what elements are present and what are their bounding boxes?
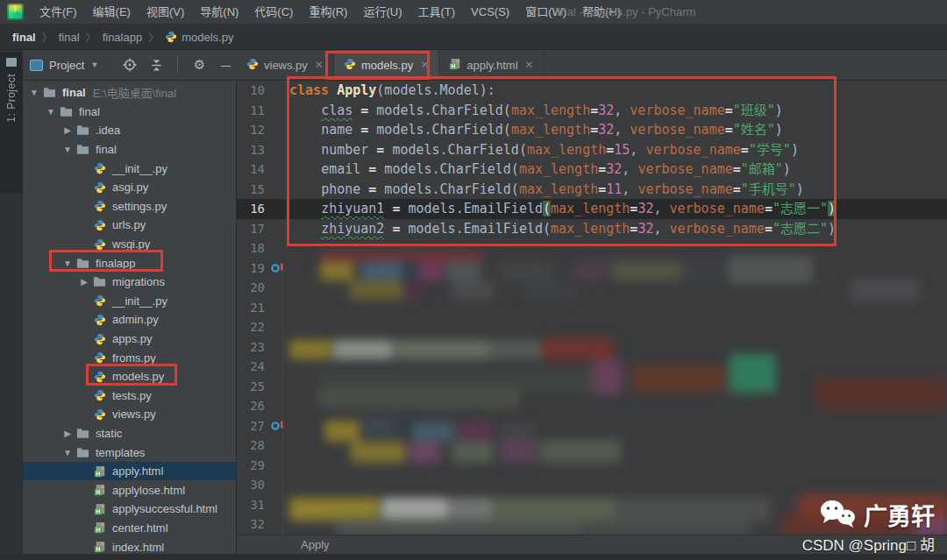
chevron-down-icon[interactable]: ▼	[60, 145, 75, 154]
tree-item-views-py[interactable]: views.py	[23, 405, 236, 424]
menu-item-5[interactable]: 重构(R)	[301, 0, 355, 25]
code-line-31[interactable]: 31	[237, 495, 947, 515]
code-line-20[interactable]: 20	[237, 278, 947, 298]
code-line-10[interactable]: 10class Apply(models.Model):	[237, 81, 947, 101]
tree-item-tests-py[interactable]: tests.py	[23, 386, 236, 406]
line-number: 25	[237, 377, 265, 397]
chevron-right-icon[interactable]: ▶	[60, 125, 75, 135]
breadcrumb-item-final[interactable]: final	[59, 31, 80, 44]
menu-item-0[interactable]: 文件(F)	[32, 0, 85, 25]
code-line-14[interactable]: 14 email = models.CharField(max_length=3…	[237, 159, 947, 180]
tree-item-migrations[interactable]: ▶migrations	[23, 273, 236, 292]
tree-item-final[interactable]: ▼final	[23, 103, 236, 122]
code-line-18[interactable]: 18	[237, 238, 947, 259]
chevron-down-icon[interactable]: ▼	[43, 107, 59, 117]
chevron-right-icon[interactable]: ▶	[60, 429, 75, 438]
tree-item-admin-py[interactable]: admin.py	[23, 310, 236, 330]
python-file-icon	[165, 31, 177, 43]
tab-label: apply.html	[466, 59, 517, 72]
code-line-13[interactable]: 13 number = models.CharField(max_length=…	[237, 140, 947, 160]
locate-button[interactable]	[123, 58, 137, 72]
code-line-22[interactable]: 22	[237, 317, 947, 337]
tree-item-models-py[interactable]: models.py	[23, 367, 236, 386]
breadcrumb-item-models-py[interactable]: models.py	[165, 31, 233, 44]
code-line-23[interactable]: 23	[237, 337, 947, 358]
window-title: final - models.py - PyCharm	[555, 0, 695, 25]
code-line-16[interactable]: 16 zhiyuan1 = models.EmailField(max_leng…	[237, 199, 947, 219]
tree-item-wsgi-py[interactable]: wsgi.py	[23, 235, 236, 254]
tool-window-tab-project[interactable]: 1: Project	[0, 53, 23, 193]
menu-item-2[interactable]: 视图(V)	[139, 0, 192, 25]
gutter-fold-column	[265, 416, 289, 436]
menu-item-4[interactable]: 代码(C)	[246, 0, 301, 25]
tree-item-__init__-py[interactable]: __init__.py	[23, 292, 236, 311]
tree-item-__init__-py[interactable]: __init__.py	[23, 159, 236, 178]
tree-item-label: apps.py	[112, 332, 153, 345]
tree-item-label: center.html	[112, 521, 168, 535]
tab-apply-html[interactable]: Happly.html✕	[439, 50, 544, 80]
pycharm-window: 文件(F)编辑(E)视图(V)导航(N)代码(C)重构(R)运行(U)工具(T)…	[0, 0, 947, 560]
code-line-21[interactable]: 21	[237, 298, 947, 318]
code-line-12[interactable]: 12 name = models.CharField(max_length=32…	[237, 120, 947, 140]
code-text	[289, 377, 947, 397]
tab-models-py[interactable]: models.py✕	[334, 50, 439, 80]
code-editor[interactable]: 10class Apply(models.Model):11 clas = mo…	[237, 81, 947, 535]
tree-item-final[interactable]: ▼finalE:\电脑桌面\final	[23, 83, 236, 103]
code-line-30[interactable]: 30	[237, 475, 947, 495]
hide-panel-button[interactable]: ─	[218, 58, 232, 72]
chevron-right-icon[interactable]: ▶	[76, 277, 92, 287]
menu-item-3[interactable]: 导航(N)	[192, 0, 246, 25]
gutter-fold-column	[265, 159, 289, 180]
tree-item-urls-py[interactable]: urls.py	[23, 216, 236, 235]
folder-icon	[75, 144, 90, 155]
code-line-11[interactable]: 11 clas = models.CharField(max_length=32…	[237, 101, 947, 121]
menu-item-6[interactable]: 运行(U)	[355, 0, 409, 25]
tree-item-final[interactable]: ▼final	[23, 140, 236, 159]
tree-item-label: tests.py	[112, 389, 152, 402]
breadcrumb-item-final[interactable]: final	[12, 31, 36, 44]
project-view-selector[interactable]: Project ▼	[30, 59, 98, 72]
code-text: name = models.CharField(max_length=32, v…	[289, 120, 947, 140]
code-line-24[interactable]: 24	[237, 357, 947, 377]
code-line-28[interactable]: 28	[237, 436, 947, 456]
tree-item-finalapp[interactable]: ▼finalapp	[23, 253, 236, 273]
close-tab-icon[interactable]: ✕	[315, 59, 324, 71]
code-line-27[interactable]: 27	[237, 416, 947, 436]
code-text	[289, 238, 947, 259]
code-line-25[interactable]: 25	[237, 377, 947, 397]
tab-views-py[interactable]: views.py✕	[237, 50, 334, 80]
line-number: 15	[237, 180, 265, 200]
code-line-15[interactable]: 15 phone = models.CharField(max_length=1…	[237, 180, 947, 200]
code-text	[289, 298, 947, 318]
tree-item-settings-py[interactable]: settings.py	[23, 197, 236, 216]
breadcrumb-item-finalapp[interactable]: finalapp	[103, 31, 143, 44]
menu-item-8[interactable]: VCS(S)	[463, 0, 517, 25]
menu-item-1[interactable]: 编辑(E)	[85, 0, 139, 25]
tree-item-apps-py[interactable]: apps.py	[23, 330, 236, 349]
menu-item-7[interactable]: 工具(T)	[409, 0, 463, 25]
line-number: 20	[237, 278, 265, 298]
breadcrumb-separator: 〉	[148, 30, 159, 45]
editor-breadcrumb-item[interactable]: Apply	[301, 538, 330, 551]
settings-button[interactable]: ⚙	[192, 58, 206, 72]
tree-item-center-html[interactable]: Hcenter.html	[23, 519, 236, 538]
code-line-19[interactable]: 19	[237, 259, 947, 279]
tree-item-templates[interactable]: ▼templates	[23, 443, 236, 462]
code-line-26[interactable]: 26	[237, 396, 947, 416]
chevron-down-icon[interactable]: ▼	[60, 448, 75, 457]
tree-item-froms-py[interactable]: froms.py	[23, 348, 236, 367]
tree-item-asgi-py[interactable]: asgi.py	[23, 178, 236, 197]
close-tab-icon[interactable]: ✕	[420, 59, 429, 71]
code-line-17[interactable]: 17 zhiyuan2 = models.EmailField(max_leng…	[237, 219, 947, 239]
tree-item--idea[interactable]: ▶.idea	[23, 121, 236, 140]
tree-item-static[interactable]: ▶static	[23, 424, 236, 443]
chevron-down-icon[interactable]: ▼	[60, 259, 75, 268]
code-line-32[interactable]: 32	[237, 514, 947, 535]
tree-item-applysuccessful-html[interactable]: Happlysuccessful.html	[23, 500, 236, 519]
collapse-all-button[interactable]	[149, 58, 163, 72]
code-line-29[interactable]: 29	[237, 456, 947, 476]
chevron-down-icon[interactable]: ▼	[26, 88, 42, 97]
tree-item-applylose-html[interactable]: Happlylose.html	[23, 480, 236, 500]
tree-item-apply-html[interactable]: Happly.html	[23, 462, 236, 481]
close-tab-icon[interactable]: ✕	[525, 59, 534, 71]
